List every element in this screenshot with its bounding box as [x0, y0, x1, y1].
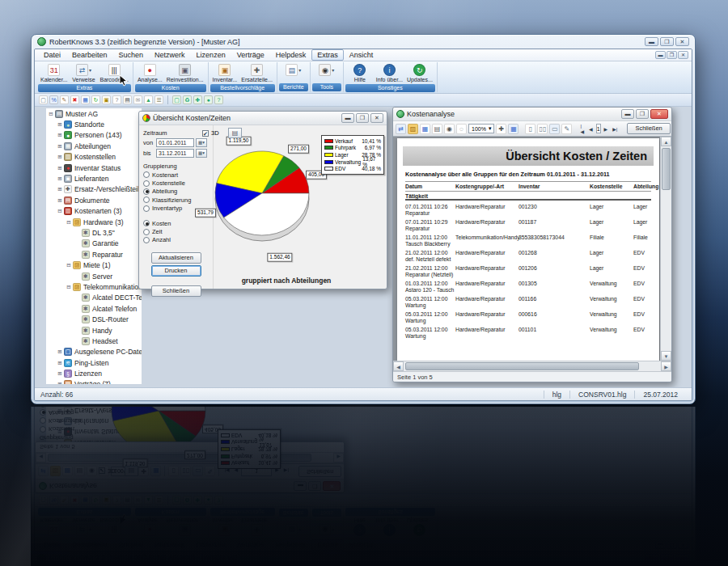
menu-ansicht[interactable]: Ansicht	[344, 49, 379, 61]
tree-item-dl-3-5[interactable]: ✱DL 3,5"	[46, 227, 142, 238]
radio-klassifizierung[interactable]: Klassifizierung	[143, 196, 209, 204]
refresh-icon[interactable]: ↻	[91, 95, 100, 104]
save-icon[interactable]: ▦	[81, 95, 90, 104]
radio-kostenart[interactable]: Kostenart	[143, 171, 209, 179]
analyse-button[interactable]: ●Analyse...	[136, 63, 164, 83]
scroll-right-icon[interactable]: ▶	[661, 361, 671, 371]
tree-item-miete-1[interactable]: ⊟▨Miete (1)	[46, 260, 142, 270]
tree-expander-icon[interactable]: ⊞	[57, 370, 63, 377]
pencil-icon[interactable]: ✎	[60, 95, 69, 104]
pie-dialog-titlebar[interactable]: Übersicht Kosten/Zeiten ▬ ❐ ✕	[139, 112, 387, 125]
hilfe-button[interactable]: ?Hilfe	[346, 63, 374, 83]
tree-expander-icon[interactable]: ⊞	[57, 186, 63, 192]
nav-first-icon[interactable]: |◀	[578, 123, 586, 135]
kalender-button[interactable]: 31Kalender...	[39, 63, 69, 83]
tree-expander-icon[interactable]: ⊞	[57, 154, 63, 160]
inventar-button[interactable]: ▣Inventar...	[211, 63, 239, 83]
save-icon[interactable]: ▦	[420, 124, 430, 134]
tree-expander-icon[interactable]: ⊞	[57, 197, 63, 204]
pie-minimize-button[interactable]: ▬	[341, 113, 354, 123]
maximize-button[interactable]: ❐	[660, 37, 674, 46]
minimize-button[interactable]: ▬	[645, 37, 658, 46]
tree-expander-icon[interactable]: ⊞	[57, 132, 63, 138]
tree-item-telekommunikation-5[interactable]: ⊟▨Telekommunikation (5)	[46, 281, 142, 292]
zoom-icon[interactable]: ◌	[456, 124, 467, 134]
tree-expander-icon[interactable]: ⊞	[57, 175, 63, 182]
nav-next-icon[interactable]: ▶	[603, 125, 610, 133]
dialog-schliessen-button[interactable]: Schließen	[151, 285, 201, 297]
scroll-left-icon[interactable]: ◀	[393, 361, 404, 371]
tree-expander-icon[interactable]: ⊟	[66, 284, 72, 290]
page-width-icon[interactable]: ▭	[549, 124, 560, 134]
tree-item-hardware-3[interactable]: ⊟▨Hardware (3)	[46, 217, 142, 227]
tree-item-lieferanten[interactable]: ⊞▣Lieferanten	[46, 173, 142, 184]
print-icon[interactable]: ▤	[432, 124, 442, 134]
tree-item-server[interactable]: ✱Server	[46, 271, 142, 281]
report-titlebar[interactable]: Kostenanalyse ▬ ❐ ✕	[393, 108, 671, 121]
tree-expander-icon[interactable]: ⊟	[66, 262, 72, 268]
tree-item-alcatel-dect-telefon[interactable]: ✱Alcatel DECT-Telefon	[46, 293, 142, 303]
von-date-field[interactable]: 01.01.2011	[156, 138, 194, 147]
tree-item-inventar-status[interactable]: ⊞●Inventar Status	[46, 163, 142, 173]
tree-item-lizenzen[interactable]: ⊞§Lizenzen	[46, 368, 142, 378]
ersatzteile-button[interactable]: ✚Ersatzteile...	[239, 63, 274, 83]
tree-item-muster-ag[interactable]: ⊟▤Muster AG	[46, 108, 142, 119]
page-facing-icon[interactable]: ▯▯	[537, 124, 548, 134]
tree-item-ausgelesene-pc-daten[interactable]: ⊞▢Ausgelesene PC-Daten	[46, 347, 142, 357]
tree-item-ping-listen[interactable]: ⊞≋Ping-Listen	[46, 357, 142, 368]
tree-item-standorte[interactable]: ⊞●Standorte	[46, 119, 142, 129]
print-icon[interactable]: ▤	[123, 95, 132, 104]
find-icon[interactable]: ◉	[444, 124, 455, 134]
shield-green-icon[interactable]: ✚	[193, 95, 202, 104]
page-number-field[interactable]: 1	[596, 124, 601, 133]
tree-item-garantie[interactable]: ✱Garantie	[46, 239, 142, 249]
reinvestition-button[interactable]: ▣Reinvestition...	[165, 63, 205, 83]
verweise-button[interactable]: ⇄▾Verweise	[70, 63, 97, 83]
zoom-in-icon[interactable]: ✚	[496, 124, 506, 134]
close-button[interactable]: ✕	[675, 37, 689, 46]
monitor-green-icon[interactable]: ▢	[172, 95, 181, 104]
tree-item-abteilungen[interactable]: ⊞▦Abteilungen	[46, 141, 142, 151]
radio-zeit[interactable]: Zeit	[143, 227, 209, 235]
pie-close-button[interactable]: ✕	[370, 113, 383, 123]
chart-print-button[interactable]: ▤	[228, 128, 242, 138]
aktualisieren-button[interactable]: Aktualisieren	[151, 252, 201, 264]
tree-item-personen-143[interactable]: ⊞●Personen (143)	[46, 130, 142, 141]
radio-abteilung[interactable]: Abteilung	[143, 188, 209, 196]
menu-datei[interactable]: Datei	[38, 49, 66, 61]
percent-icon[interactable]: %	[49, 95, 58, 104]
note-icon[interactable]: ☰	[154, 95, 163, 104]
scroll-down-icon[interactable]: ▼	[661, 351, 671, 361]
vertical-scroll-thumb[interactable]	[662, 148, 671, 190]
menu-bearbeiten[interactable]: Bearbeiten	[66, 49, 113, 61]
package-icon[interactable]: ▣	[102, 95, 111, 104]
bis-calendar-button[interactable]: ▦▾	[196, 149, 207, 158]
main-titlebar[interactable]: RobertKnows 3.3 (zeitlich begrenzte Vers…	[34, 35, 692, 49]
tools-button[interactable]: ◉▾	[313, 63, 341, 77]
tree-expander-icon[interactable]: ⊞	[57, 360, 63, 366]
scroll-up-icon[interactable]: ▲	[661, 137, 671, 146]
menu-verträge[interactable]: Verträge	[231, 49, 270, 61]
thumbnails-icon[interactable]: ▦	[508, 124, 518, 134]
chart-icon[interactable]: ▲	[144, 95, 153, 104]
tree-expander-icon[interactable]: ⊞	[57, 121, 63, 128]
menu-lizenzen[interactable]: Lizenzen	[191, 49, 231, 61]
tree-expander-icon[interactable]: ⊞	[57, 348, 63, 355]
tree-expander-icon[interactable]: ⊟	[66, 219, 72, 226]
menu-helpdesk[interactable]: Helpdesk	[270, 49, 312, 61]
zoom-select[interactable]: 100%▾	[468, 124, 494, 133]
updates-button[interactable]: ↻Updates...	[405, 63, 434, 83]
berichte-button[interactable]: ▤▾	[280, 63, 307, 77]
menu-suchen[interactable]: Suchen	[113, 49, 150, 61]
question-icon[interactable]: ?	[112, 95, 121, 104]
tree-item-verträge-7[interactable]: ⊞▤Verträge (7)	[46, 379, 142, 384]
radio-anzahl[interactable]: Anzahl	[143, 236, 209, 244]
help-green-icon[interactable]: ?	[214, 95, 223, 104]
page-setup-icon[interactable]: ✎	[561, 124, 572, 134]
pie-maximize-button[interactable]: ❐	[356, 113, 369, 123]
tree-item-dokumente[interactable]: ⊞▤Dokumente	[46, 195, 142, 205]
delete-red-icon[interactable]: ✖	[70, 95, 79, 104]
tree-item-headset[interactable]: ✱Headset	[46, 336, 142, 346]
new-doc-icon[interactable]: ▢	[39, 95, 48, 104]
tree-expander-icon[interactable]: ⊞	[57, 165, 63, 171]
